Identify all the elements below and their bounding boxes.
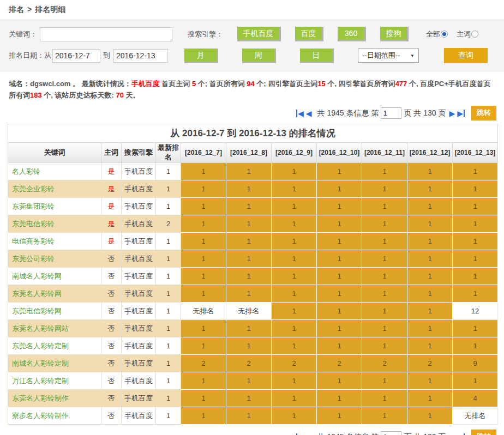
main-word-flag: 是 (101, 198, 122, 215)
rank-cell: 2 (181, 355, 226, 372)
rank-cell: 1 (272, 233, 317, 250)
pagination-total-label: 共 1945 条信息 第 (317, 432, 379, 435)
rank-cell: 1 (272, 180, 317, 198)
header-date-5: [2016_12_11] (362, 143, 407, 163)
latest-rank-cell: 1 (156, 303, 181, 320)
latest-rank-cell: 1 (156, 372, 181, 390)
keyword-link[interactable]: 东莞名人彩铃制作 (8, 390, 101, 407)
rank-cell: 1 (453, 337, 498, 355)
rank-cell: 1 (362, 372, 407, 390)
table-row: 名人彩铃是手机百度11111111 (8, 163, 498, 180)
rank-cell: 1 (407, 372, 453, 390)
engine-button-sogou[interactable]: 搜狗 (380, 27, 409, 41)
date-from-input[interactable] (52, 49, 100, 63)
keyword-link[interactable]: 东莞企业彩铃 (8, 180, 101, 198)
last-page-icon[interactable]: ▶ (457, 110, 465, 117)
scope-option-all[interactable]: 全部 (426, 29, 448, 39)
header-keyword: 关键词 (8, 143, 101, 163)
page-number-input[interactable] (381, 431, 401, 435)
rank-cell: 1 (317, 198, 362, 215)
period-day-button[interactable]: 日 (300, 49, 334, 63)
rank-cell: 1 (317, 372, 362, 390)
period-week-button[interactable]: 周 (242, 49, 276, 63)
scope-radio-group: 全部 主词 (417, 29, 478, 39)
main-word-flag: 否 (101, 355, 122, 372)
next-page-icon[interactable]: ▶ (449, 110, 455, 117)
summary-segment: 首页主词 (160, 80, 192, 88)
scope-option-main[interactable]: 主词 (457, 29, 478, 39)
last-page-icon[interactable]: ▶ (457, 433, 465, 435)
table-row: 万江名人彩铃定制否手机百度11111111 (8, 372, 498, 390)
keyword-link[interactable]: 南城名人彩铃定制 (8, 355, 101, 372)
main-word-flag: 否 (101, 303, 122, 320)
header-latest-rank: 最新排名 (156, 143, 181, 163)
prev-page-icon[interactable]: ◀ (306, 110, 312, 117)
header-date-6: [2016_12_12] (407, 143, 453, 163)
engine-cell: 手机百度 (122, 355, 156, 372)
rank-cell: 1 (407, 303, 453, 320)
keyword-link[interactable]: 东莞集团彩铃 (8, 198, 101, 215)
rank-cell: 1 (181, 268, 226, 285)
keyword-link[interactable]: 名人彩铃 (8, 163, 101, 180)
keyword-link[interactable]: 寮步名人彩铃制作 (8, 407, 101, 425)
period-month-button[interactable]: 月 (184, 49, 218, 63)
engine-cell: 手机百度 (122, 198, 156, 215)
keyword-link[interactable]: 东莞电信彩铃 (8, 215, 101, 233)
breadcrumb-page: 排名明细 (35, 5, 65, 14)
main-word-flag: 否 (101, 372, 122, 390)
rank-cell: 1 (226, 268, 272, 285)
engine-button-360[interactable]: 360 (338, 27, 366, 41)
breadcrumb-section[interactable]: 排名 (9, 5, 24, 14)
scope-main-radio[interactable] (471, 31, 478, 38)
scope-all-radio[interactable] (441, 31, 448, 38)
query-button[interactable]: 查询 (444, 48, 488, 63)
date-range-select[interactable]: --日期范围-- ▼ (358, 49, 419, 63)
engine-button-baidu[interactable]: 百度 (295, 27, 323, 41)
summary-highlight: 70 (116, 91, 123, 99)
keyword-input[interactable] (40, 27, 172, 41)
keyword-link[interactable]: 电信商务彩铃 (8, 233, 101, 250)
keyword-link[interactable]: 东莞电信彩铃网 (8, 303, 101, 320)
rank-cell: 1 (272, 337, 317, 355)
rank-cell: 1 (226, 198, 272, 215)
date-to-input[interactable] (113, 49, 168, 63)
rank-cell: 1 (181, 233, 226, 250)
keyword-link[interactable]: 南城名人彩铃网 (8, 268, 101, 285)
rank-cell: 1 (272, 372, 317, 390)
engine-button-mobile-baidu[interactable]: 手机百度 (237, 27, 281, 41)
chevron-down-icon: ▼ (410, 53, 415, 58)
rank-cell: 1 (407, 407, 453, 425)
rank-cell: 1 (407, 215, 453, 233)
next-page-icon[interactable]: ▶ (449, 433, 455, 435)
latest-rank-cell: 2 (156, 215, 181, 233)
keyword-link[interactable]: 东莞名人彩铃定制 (8, 337, 101, 355)
rank-cell: 1 (407, 285, 453, 303)
rank-cell: 1 (226, 233, 272, 250)
rank-cell: 2 (272, 355, 317, 372)
latest-rank-cell: 1 (156, 390, 181, 407)
ranking-table: 从 2016-12-7 到 2016-12-13 的排名情况 关键词 主词 搜索… (8, 124, 498, 425)
rank-cell: 1 (407, 320, 453, 337)
rank-cell: 1 (317, 407, 362, 425)
keyword-link[interactable]: 东莞公司彩铃 (8, 250, 101, 268)
table-row: 东莞电信彩铃网否手机百度1无排名无排名111112 (8, 303, 498, 320)
jump-button[interactable]: 跳转 (471, 430, 496, 435)
first-page-icon[interactable]: ◀ (296, 433, 304, 435)
keyword-link[interactable]: 万江名人彩铃定制 (8, 372, 101, 390)
rank-cell: 1 (362, 215, 407, 233)
page-number-input[interactable] (381, 107, 401, 119)
header-date-1: [2016_12_7] (181, 143, 226, 163)
table-row: 南城名人彩铃定制否手机百度12222229 (8, 355, 498, 372)
rank-cell: 1 (317, 320, 362, 337)
latest-rank-cell: 1 (156, 337, 181, 355)
keyword-link[interactable]: 东莞名人彩铃网站 (8, 320, 101, 337)
main-word-flag: 是 (101, 180, 122, 198)
keyword-link[interactable]: 东莞名人彩铃网 (8, 285, 101, 303)
first-page-icon[interactable]: ◀ (296, 110, 304, 117)
prev-page-icon[interactable]: ◀ (306, 433, 312, 435)
rank-cell: 1 (181, 320, 226, 337)
latest-rank-cell: 1 (156, 268, 181, 285)
jump-button[interactable]: 跳转 (471, 106, 496, 120)
rank-cell: 1 (407, 163, 453, 180)
main-word-flag: 是 (101, 163, 122, 180)
